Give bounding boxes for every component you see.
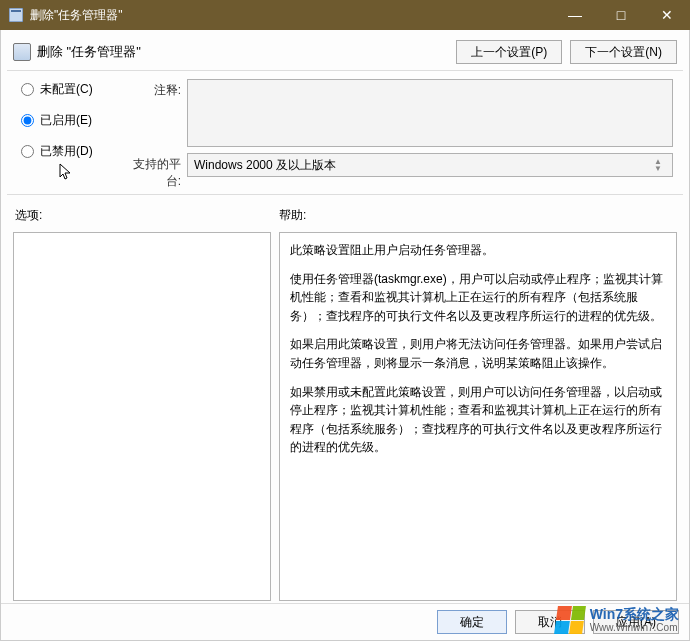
help-label: 帮助: — [279, 207, 306, 224]
panels-row: 此策略设置阻止用户启动任务管理器。 使用任务管理器(taskmgr.exe)，用… — [1, 228, 689, 603]
comment-label: 注释: — [121, 79, 187, 99]
platform-value: Windows 2000 及以上版本 — [194, 157, 336, 174]
cancel-button[interactable]: 取消 — [515, 610, 585, 634]
policy-icon — [13, 43, 31, 61]
platform-field[interactable]: Windows 2000 及以上版本 ▲▼ — [187, 153, 673, 177]
options-label: 选项: — [15, 207, 279, 224]
panel-labels-row: 选项: 帮助: — [1, 195, 689, 228]
platform-row: 支持的平台: Windows 2000 及以上版本 ▲▼ — [121, 153, 673, 190]
fields-column: 注释: 支持的平台: Windows 2000 及以上版本 ▲▼ — [121, 79, 679, 190]
radio-not-configured-label: 未配置(C) — [40, 81, 93, 98]
comment-textarea[interactable] — [187, 79, 673, 147]
radio-column: 未配置(C) 已启用(E) 已禁用(D) — [21, 79, 121, 190]
close-button[interactable]: ✕ — [644, 0, 690, 30]
window-controls: — □ ✕ — [552, 0, 690, 30]
radio-not-configured[interactable]: 未配置(C) — [21, 81, 121, 98]
help-panel[interactable]: 此策略设置阻止用户启动任务管理器。 使用任务管理器(taskmgr.exe)，用… — [279, 232, 677, 601]
comment-row: 注释: — [121, 79, 673, 147]
titlebar: 删除"任务管理器" — □ ✕ — [0, 0, 690, 30]
svg-rect-1 — [11, 10, 21, 12]
maximize-button[interactable]: □ — [598, 0, 644, 30]
radio-disabled-label: 已禁用(D) — [40, 143, 93, 160]
header-row: 删除 "任务管理器" 上一个设置(P) 下一个设置(N) — [1, 30, 689, 70]
radio-not-configured-input[interactable] — [21, 83, 34, 96]
previous-setting-button[interactable]: 上一个设置(P) — [456, 40, 562, 64]
minimize-button[interactable]: — — [552, 0, 598, 30]
radio-enabled-label: 已启用(E) — [40, 112, 92, 129]
platform-label: 支持的平台: — [121, 153, 187, 190]
dialog-content: 删除 "任务管理器" 上一个设置(P) 下一个设置(N) 未配置(C) 已启用(… — [0, 30, 690, 641]
policy-name: 删除 "任务管理器" — [37, 43, 448, 61]
help-paragraph: 如果启用此策略设置，则用户将无法访问任务管理器。如果用户尝试启动任务管理器，则将… — [290, 335, 666, 372]
help-paragraph: 使用任务管理器(taskmgr.exe)，用户可以启动或停止程序；监视其计算机性… — [290, 270, 666, 326]
window-icon — [8, 7, 24, 23]
help-paragraph: 此策略设置阻止用户启动任务管理器。 — [290, 241, 666, 260]
ok-button[interactable]: 确定 — [437, 610, 507, 634]
window-title: 删除"任务管理器" — [30, 7, 552, 24]
spinner-arrows-icon[interactable]: ▲▼ — [650, 158, 666, 172]
config-row: 未配置(C) 已启用(E) 已禁用(D) 注释: 支持的平台: Windows … — [1, 71, 689, 194]
options-panel[interactable] — [13, 232, 271, 601]
help-paragraph: 如果禁用或未配置此策略设置，则用户可以访问任务管理器，以启动或停止程序；监视其计… — [290, 383, 666, 457]
radio-enabled[interactable]: 已启用(E) — [21, 112, 121, 129]
next-setting-button[interactable]: 下一个设置(N) — [570, 40, 677, 64]
radio-disabled-input[interactable] — [21, 145, 34, 158]
radio-enabled-input[interactable] — [21, 114, 34, 127]
radio-disabled[interactable]: 已禁用(D) — [21, 143, 121, 160]
apply-button[interactable]: 应用(A) — [593, 610, 679, 634]
bottom-bar: 确定 取消 应用(A) — [1, 603, 689, 640]
